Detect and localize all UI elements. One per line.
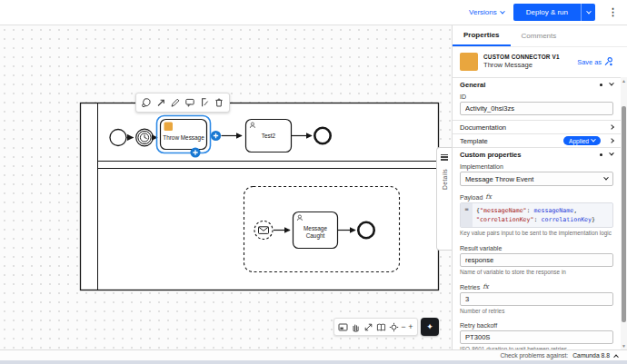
retry-backoff-input[interactable] — [460, 330, 613, 344]
test2-task[interactable]: Test2 — [246, 120, 292, 152]
envelope-icon — [259, 227, 269, 234]
comment-icon[interactable] — [184, 97, 195, 108]
task-label: Test2 — [262, 133, 276, 139]
task-label: Message — [304, 225, 327, 232]
delete-icon[interactable] — [214, 97, 224, 108]
section-template[interactable]: Template Applied — [453, 133, 621, 147]
code-token: "correlationKey" — [476, 216, 534, 223]
section-general[interactable]: General — [453, 77, 621, 91]
chevron-right-icon — [609, 124, 614, 130]
tab-properties[interactable]: Properties — [453, 25, 511, 46]
panel-tabs: Properties Comments — [453, 25, 627, 47]
task-label: Caught — [306, 232, 325, 240]
code-token: messageName — [534, 207, 574, 214]
code-token: } — [592, 216, 595, 223]
retries-help-text: Number of retries — [460, 308, 613, 315]
annotation-icon[interactable] — [199, 97, 210, 108]
versions-menu[interactable]: Versions — [469, 8, 504, 16]
message-start-event[interactable] — [254, 221, 273, 240]
element-name: Throw Message — [483, 61, 572, 69]
retries-input[interactable] — [460, 292, 613, 306]
field-result-variable: Result variable Name of variable to stor… — [453, 242, 621, 280]
retry-backoff-label: Retry backoff — [460, 322, 613, 329]
result-variable-help-text: Name of variable to store the response i… — [460, 269, 613, 276]
context-pad — [135, 93, 230, 113]
hand-tool-icon[interactable] — [351, 322, 361, 332]
save-as-button[interactable]: Save as — [577, 57, 612, 66]
feel-equals-gutter: = — [461, 203, 473, 227]
field-retries: Retries fx Number of retries — [453, 280, 621, 320]
throw-message-task[interactable]: Throw Message — [157, 116, 211, 153]
reset-zoom-icon[interactable] — [389, 322, 399, 332]
payload-code: {"messageName": messageName, "correlatio… — [473, 203, 599, 227]
chevron-down-icon — [609, 81, 614, 86]
result-variable-input[interactable] — [460, 253, 613, 267]
versions-label: Versions — [469, 8, 497, 16]
template-applied-badge[interactable]: Applied — [563, 136, 601, 145]
selected-value: Message Throw Event — [465, 175, 533, 183]
message-caught-task[interactable]: Message Caught — [294, 212, 338, 249]
append-element-button[interactable] — [190, 147, 200, 157]
payload-code-editor[interactable]: = {"messageName": messageName, "correlat… — [460, 202, 613, 228]
connect-icon[interactable] — [155, 97, 166, 108]
append-element-button[interactable] — [211, 131, 221, 141]
element-type: CUSTOM CONNECTOR V1 — [483, 54, 572, 61]
deploy-and-run-label: Deploy & run — [513, 4, 581, 21]
start-event[interactable] — [110, 130, 126, 146]
code-token: , — [573, 207, 577, 214]
scroll-up-icon[interactable]: ▲ — [621, 78, 627, 84]
id-input[interactable] — [460, 102, 613, 115]
fit-viewport-icon[interactable] — [363, 322, 373, 332]
check-problems-label: Check problems against: — [500, 352, 568, 359]
end-event[interactable] — [358, 222, 373, 238]
section-title: Custom properties — [460, 151, 522, 159]
guide-icon[interactable] — [376, 322, 386, 332]
bpmn-canvas[interactable]: Throw Message Test2 — [0, 25, 452, 349]
code-token: : — [527, 207, 534, 214]
save-as-label: Save as — [577, 58, 602, 66]
engine-version-select[interactable]: Camunda 8.8 — [572, 352, 618, 359]
window-bottom-edge — [0, 360, 627, 364]
panel-scrollbar[interactable]: ▲ ▼ — [621, 77, 627, 349]
field-implementation: Implementation Message Throw Event — [453, 161, 621, 191]
replace-element-icon[interactable] — [141, 97, 152, 108]
end-event[interactable] — [314, 128, 330, 143]
retries-label: Retries — [460, 284, 480, 290]
deploy-options-caret[interactable] — [581, 4, 595, 21]
section-custom-properties[interactable]: Custom properties — [453, 147, 621, 161]
overflow-menu-icon[interactable]: ⋮ — [604, 6, 622, 18]
edit-icon[interactable] — [170, 97, 181, 108]
chevron-down-icon — [603, 175, 609, 181]
feel-fx-icon: fx — [485, 193, 492, 201]
payload-label: Payload — [460, 194, 483, 201]
section-title: Template — [460, 137, 488, 145]
element-header: CUSTOM CONNECTOR V1 Throw Message Save a… — [453, 47, 627, 77]
edited-dot-icon — [600, 153, 602, 156]
section-documentation[interactable]: Documentation — [453, 120, 621, 133]
zoom-in-button[interactable]: + — [408, 323, 413, 331]
details-panel-tab[interactable]: Details — [436, 147, 452, 251]
scroll-down-icon[interactable]: ▼ — [621, 343, 627, 349]
top-bar: Versions Deploy & run ⋮ — [0, 0, 627, 25]
panel-scroll-area[interactable]: General ID Documentation Template Applie… — [453, 77, 627, 349]
canvas-toolbar: − + — [333, 318, 418, 336]
field-retry-backoff: Retry backoff ISO-8601 duration to wait … — [453, 320, 621, 349]
sparkle-icon: ✦ — [426, 322, 433, 331]
task-label: Throw Message — [163, 134, 204, 142]
implementation-select[interactable]: Message Throw Event — [460, 172, 613, 186]
tab-comments[interactable]: Comments — [511, 25, 568, 46]
minimap-icon[interactable] — [338, 322, 348, 332]
chevron-down-icon — [586, 8, 592, 14]
payload-help-text: Key value pairs input to be sent to the … — [460, 230, 613, 237]
section-title: General — [460, 81, 485, 89]
wrench-icon — [603, 57, 612, 66]
deploy-and-run-button[interactable]: Deploy & run — [513, 4, 595, 21]
ai-assistant-button[interactable]: ✦ — [421, 318, 439, 336]
field-payload: Payload fx = {"messageName": messageName… — [453, 191, 621, 242]
timer-intermediate-event[interactable] — [136, 129, 154, 146]
scrollbar-thumb[interactable] — [622, 106, 626, 322]
zoom-out-button[interactable]: − — [401, 323, 405, 331]
chevron-down-icon — [609, 151, 614, 156]
edited-dot-icon — [600, 84, 602, 86]
field-id: ID — [453, 91, 621, 120]
